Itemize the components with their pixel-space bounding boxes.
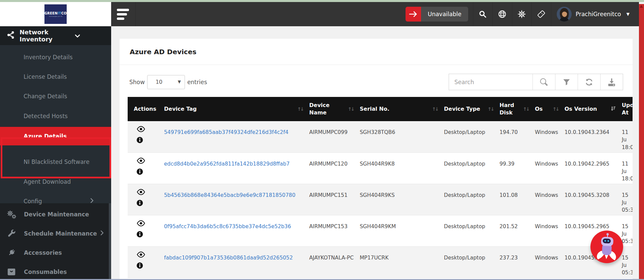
header-ticket-button[interactable] [532, 2, 551, 26]
sidebar-item-label: Network Inventory [20, 29, 75, 43]
info-button[interactable] [136, 262, 143, 270]
sidebar-item-agent-download[interactable]: Agent Download [0, 174, 109, 190]
updated-at-cell: 11 Ju18:0 [619, 121, 633, 152]
device-name-cell: AIRMUMPC099 [307, 121, 357, 152]
info-button[interactable] [136, 200, 143, 207]
logo-area: GREENITCO technologies pvt ltd [0, 2, 111, 26]
status-label: Unavailable [421, 7, 468, 22]
refresh-button[interactable] [578, 74, 600, 90]
device-tag-link[interactable]: fabdac109f907b1a73536b0861daa9d52d265052 [164, 255, 293, 261]
column-header-device-tag[interactable]: Device Tag↑↓ [161, 97, 307, 121]
device-type-cell: Desktop/Laptop [441, 152, 497, 184]
device-tag-link[interactable]: edcd8d4b0e2a9562fda811fa142b18829d8ffab7 [164, 161, 290, 167]
device-tag-link[interactable]: 549791e699fa685aab37f49324dfe216d3f4c2f4 [164, 129, 288, 135]
device-tag-link[interactable]: 5b45636b868e84364e5bacb9e6e9c87181850780 [164, 192, 295, 198]
column-header-updated-at[interactable]: Updated At [619, 97, 633, 121]
sidebar-item-license-details[interactable]: License Details [0, 69, 109, 85]
sidebar-item-ni-blacklisted-software[interactable]: NI Blacklisted Software [0, 154, 109, 170]
device-name-cell: AJAYKOTNALA-PC [307, 246, 357, 278]
table-toolbar [449, 74, 623, 90]
chevron-right-icon [100, 230, 104, 237]
header-settings-button[interactable] [512, 2, 532, 26]
column-header-hard-disk[interactable]: Hard Disk↑↓ [497, 97, 532, 121]
info-icon [136, 262, 143, 269]
sidebar-item-network-inventory[interactable]: Network Inventory [0, 26, 111, 45]
chatbot-button[interactable] [590, 231, 623, 263]
info-icon [136, 200, 143, 206]
info-button[interactable] [136, 137, 143, 144]
os-version-cell: 10.0.19042.2965 [562, 152, 619, 184]
vertical-scrollbar[interactable] [639, 4, 644, 279]
caret-down-icon: ▼ [626, 12, 630, 16]
sidebar-item-inventory-details[interactable]: Inventory Details [0, 49, 109, 65]
device-name-cell: AIRMUMPC151 [307, 184, 357, 215]
page-size-select[interactable]: 10 [147, 75, 185, 89]
column-header-device-name[interactable]: Device Name↑↓ [307, 97, 357, 121]
refresh-icon [585, 78, 593, 86]
top-header-bar: Unavailable [111, 2, 639, 26]
search-input[interactable] [449, 74, 533, 90]
header-language-button[interactable] [492, 2, 512, 26]
arrow-right-icon [406, 7, 421, 22]
search-button[interactable] [533, 74, 555, 90]
user-menu[interactable]: PrachiGreenitco ▼ [551, 2, 630, 26]
scrollbar-up-arrow [640, 5, 643, 8]
title-divider [120, 65, 633, 65]
sidebar-nav: Network Inventory Inventory Details Lice… [0, 26, 111, 279]
actions-cell [128, 215, 161, 246]
network-inventory-submenu: Inventory Details License Details Change… [0, 45, 111, 203]
os-cell: Windows [532, 152, 562, 184]
view-button[interactable] [136, 220, 146, 228]
sidebar-item-accessories[interactable]: Accessories [0, 243, 109, 262]
wrench-icon [6, 229, 17, 238]
serial-no-cell: SGH404R9K8 [357, 152, 441, 184]
sidebar-item-consumables[interactable]: Consumables [0, 262, 109, 280]
header-search-button[interactable] [473, 2, 492, 26]
availability-status-button[interactable]: Unavailable [406, 7, 468, 22]
view-button[interactable] [136, 189, 146, 196]
column-header-device-type[interactable]: Device Type↑↓ [441, 97, 497, 121]
serial-no-cell: MP17UCRK [357, 246, 441, 278]
download-button[interactable] [600, 74, 623, 90]
sidebar-item-change-details[interactable]: Change Details [0, 88, 109, 104]
sidebar-item-detected-hosts[interactable]: Detected Hosts [0, 108, 109, 124]
eye-icon [136, 126, 146, 132]
column-header-serial-no[interactable]: Serial No.↑↓ [357, 97, 441, 121]
updated-at-cell: 11 Ju18:0 [619, 152, 633, 184]
sidebar-item-azure-details[interactable]: Azure Details [0, 127, 111, 145]
os-cell: Windows [532, 184, 562, 215]
view-button[interactable] [136, 251, 146, 259]
sidebar-item-device-maintenance[interactable]: Device Maintenance [0, 205, 109, 224]
actions-cell [128, 152, 161, 184]
actions-cell [128, 121, 161, 152]
sidebar-item-schedule-maintenance[interactable]: Schedule Maintenance [0, 224, 109, 243]
updated-at-cell: 15 Ju05:3 [619, 184, 633, 215]
device-name-cell: AIRMUMPC153 [307, 215, 357, 246]
os-cell: Windows [532, 246, 562, 278]
device-type-cell: Desktop/Laptop [441, 121, 497, 152]
column-header-os[interactable]: Os↑↓ [532, 97, 562, 121]
info-button[interactable] [136, 168, 143, 176]
os-cell: Windows [532, 215, 562, 246]
view-button[interactable] [136, 126, 146, 133]
logo-subtext: technologies pvt ltd [49, 15, 62, 17]
ticket-icon [537, 9, 546, 19]
view-button[interactable] [136, 158, 146, 165]
hard-disk-cell: 237.23 [497, 246, 532, 278]
logo-text: GREENITCO [44, 11, 67, 15]
filter-button[interactable] [555, 74, 578, 90]
actions-cell [128, 184, 161, 215]
hard-disk-cell: 101.08 [497, 184, 532, 215]
sidebar-toggle-button[interactable] [111, 2, 136, 26]
logo-text-co: CO [61, 11, 67, 15]
device-type-cell: Desktop/Laptop [441, 184, 497, 215]
column-header-os-version[interactable]: Os Version [562, 97, 619, 121]
eye-icon [136, 158, 146, 164]
info-button[interactable] [136, 231, 143, 239]
search-icon [479, 10, 487, 18]
share-icon [6, 31, 15, 41]
device-tag-link[interactable]: 0f95afcc74b3da6b5c8c6735bbe37e4dc5e52b36 [164, 223, 291, 230]
eye-icon [136, 251, 146, 258]
eye-icon [136, 189, 146, 195]
viewport-top-border [0, 0, 644, 2]
